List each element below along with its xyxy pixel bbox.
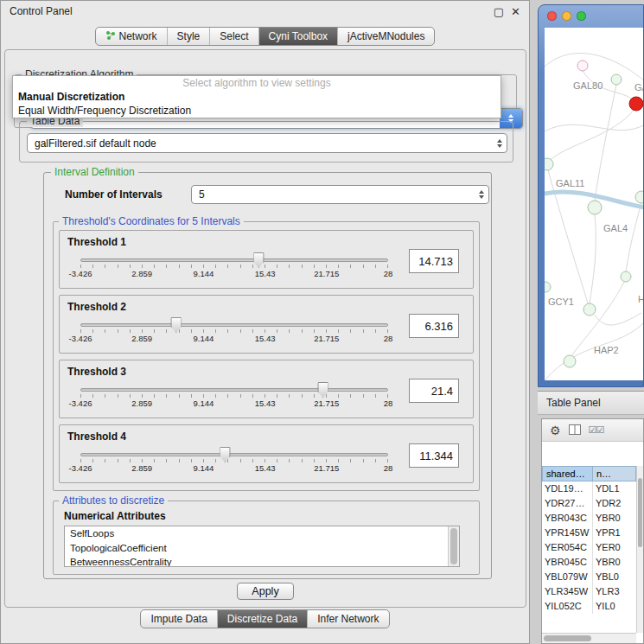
list-item[interactable]: TopologicalCoefficient — [65, 541, 459, 556]
table-row[interactable]: YPR145W YPR1 — [542, 526, 636, 540]
threshold-slider[interactable]: -3.426 2.859 9.144 15.43 21.715 28 — [80, 258, 388, 279]
node-label: GCY1 — [548, 296, 574, 307]
popup-item-manual-discretization[interactable]: Manual Discretization — [13, 90, 501, 104]
down-arrow-icon — [497, 144, 502, 148]
tick-marks — [80, 265, 388, 268]
network-node[interactable] — [621, 271, 631, 282]
table-row[interactable]: YBR043C YBR0 — [542, 511, 636, 526]
node-label: GAL11 — [556, 178, 584, 188]
tab-jactivemnodules[interactable]: jActiveMNodules — [337, 28, 434, 45]
tick-label: 28 — [384, 399, 393, 408]
cell[interactable]: YBR043C — [542, 511, 592, 526]
network-node[interactable] — [635, 191, 643, 203]
zoom-traffic-button[interactable] — [577, 11, 586, 21]
column-header-name[interactable]: n… — [592, 466, 636, 481]
select-all-checkbox-icon[interactable]: ☑☑ — [589, 424, 604, 436]
threshold-slider[interactable]: -3.426 2.859 9.144 15.43 21.715 28 — [80, 453, 388, 474]
threshold-panel-2: Threshold 2 -3.426 2.859 9.144 15.43 — [59, 295, 474, 354]
tab-network[interactable]: Network — [96, 28, 167, 45]
list-scrollbar[interactable] — [448, 526, 459, 566]
table-row[interactable]: YIL052C YIL0 — [542, 599, 636, 614]
cell[interactable]: YIL052C — [542, 599, 592, 614]
network-canvas[interactable]: GAL80 GA GAL11 GAL4 GCY1 H HAP2 — [545, 28, 643, 380]
table-row[interactable]: YBL079W YBL0 — [542, 570, 636, 584]
tick-label: 28 — [384, 463, 393, 473]
cell[interactable]: YIL0 — [592, 599, 636, 614]
attribute-list[interactable]: SelfLoops TopologicalCoefficient Between… — [64, 526, 460, 567]
minimize-traffic-button[interactable] — [562, 11, 571, 21]
horizontal-scrollbar[interactable] — [542, 633, 636, 643]
tab-label: jActiveMNodules — [348, 30, 424, 42]
tab-select[interactable]: Select — [209, 28, 258, 45]
table-row[interactable]: YER054C YER0 — [542, 540, 636, 555]
table-row[interactable]: YDR27… YDR2 — [542, 496, 636, 511]
list-item[interactable]: BetweennessCentrality — [65, 555, 459, 567]
scrollbar-thumb[interactable] — [450, 528, 457, 564]
tab-impute-data[interactable]: Impute Data — [141, 610, 216, 628]
tick-label: 2.859 — [131, 334, 152, 343]
apply-button[interactable]: Apply — [237, 583, 294, 600]
cell[interactable]: YPR1 — [592, 526, 636, 540]
network-node[interactable] — [545, 158, 553, 170]
network-node[interactable] — [588, 201, 602, 214]
list-item[interactable]: SelfLoops — [65, 526, 459, 541]
interval-definition-group-label: Interval Definition — [51, 166, 138, 178]
tab-style[interactable]: Style — [167, 28, 210, 45]
tab-cyni-toolbox[interactable]: Cyni Toolbox — [258, 28, 337, 45]
cell[interactable]: YER0 — [592, 540, 636, 555]
threshold-value-field[interactable] — [409, 379, 459, 403]
down-arrow-icon — [479, 195, 484, 199]
slider-track[interactable] — [80, 388, 388, 392]
cell[interactable]: YBR045C — [542, 555, 592, 570]
network-node[interactable] — [583, 303, 596, 316]
table-data-select[interactable]: galFiltered.sif default node — [27, 133, 507, 153]
threshold-slider[interactable]: -3.426 2.859 9.144 15.43 21.715 28 — [80, 388, 388, 409]
cell[interactable]: YLR345W — [542, 584, 592, 599]
threshold-slider[interactable]: -3.426 2.859 9.144 15.43 21.715 28 — [80, 323, 388, 344]
cell[interactable]: YPR145W — [542, 526, 592, 540]
cell[interactable]: YDL19… — [542, 481, 592, 496]
cell[interactable]: YBR0 — [592, 555, 636, 570]
close-icon[interactable]: ✕ — [511, 5, 520, 18]
cell[interactable]: YLR3 — [592, 584, 636, 599]
slider-track[interactable] — [80, 453, 388, 456]
tick-labels: -3.426 2.859 9.144 15.43 21.715 28 — [80, 463, 388, 474]
cell[interactable]: YDR2 — [592, 496, 636, 511]
tab-discretize-data[interactable]: Discretize Data — [217, 610, 307, 628]
scrollbar-thumb[interactable] — [544, 635, 591, 641]
table-row[interactable]: YLR345W YLR3 — [542, 584, 636, 599]
cell[interactable]: YBL079W — [542, 570, 592, 584]
cell[interactable]: YER054C — [542, 540, 592, 555]
tick-label: -3.426 — [69, 463, 92, 473]
cell[interactable]: YDL1 — [592, 481, 636, 496]
close-traffic-button[interactable] — [547, 11, 557, 21]
screen: Control Panel ▢ ✕ — [0, 0, 644, 644]
vertical-scrollbar[interactable] — [636, 466, 643, 633]
cell[interactable]: YBR0 — [592, 511, 636, 526]
network-node[interactable] — [564, 355, 576, 367]
cell[interactable]: YDR27… — [542, 496, 592, 511]
threshold-value-field[interactable] — [409, 443, 459, 468]
slider-track[interactable] — [80, 258, 388, 262]
tab-infer-network[interactable]: Infer Network — [307, 610, 388, 628]
threshold-value-field[interactable] — [409, 314, 459, 338]
cell[interactable]: YBL0 — [592, 570, 636, 584]
spinner-arrows-icon — [493, 139, 507, 148]
threshold-value-field[interactable] — [409, 249, 459, 273]
table-row[interactable]: YDL19… YDL1 — [542, 481, 636, 496]
scrollbar-thumb[interactable] — [638, 478, 642, 547]
gear-icon[interactable]: ⚙ — [550, 424, 561, 437]
top-tab-bar: Network Style Select Cyni Toolbox jActiv… — [1, 27, 529, 46]
network-node-selected[interactable] — [629, 97, 643, 111]
table-panel-title: Table Panel — [546, 397, 601, 409]
network-node[interactable] — [611, 74, 622, 85]
column-header-shared-name[interactable]: shared… — [542, 466, 592, 481]
number-of-intervals-select[interactable]: 5 — [191, 185, 489, 204]
table-row[interactable]: YBR045C YBR0 — [542, 555, 636, 570]
popup-item-equal-width-frequency[interactable]: Equal Width/Frequency Discretization — [13, 104, 501, 118]
network-node[interactable] — [545, 282, 551, 292]
float-window-icon[interactable]: ▢ — [494, 5, 504, 18]
slider-track[interactable] — [80, 323, 388, 327]
network-node[interactable] — [577, 61, 588, 71]
columns-icon[interactable] — [569, 423, 581, 438]
